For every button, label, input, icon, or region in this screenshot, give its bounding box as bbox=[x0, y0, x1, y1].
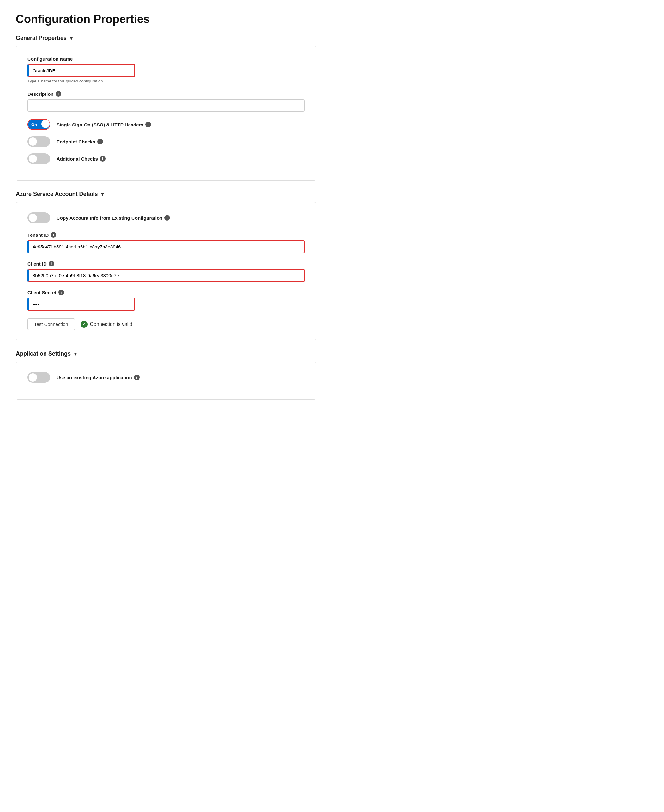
config-name-label: Configuration Name bbox=[28, 56, 304, 62]
copy-account-info-icon[interactable]: i bbox=[164, 215, 170, 221]
general-properties-card: Configuration Name Type a name for this … bbox=[16, 46, 316, 181]
app-settings-card: Use an existing Azure application i bbox=[16, 362, 316, 399]
copy-account-toggle[interactable] bbox=[28, 212, 50, 223]
client-id-group: Client ID i bbox=[28, 261, 304, 282]
description-info-icon[interactable]: i bbox=[55, 91, 61, 97]
existing-app-slider bbox=[28, 372, 50, 383]
test-connection-button[interactable]: Test Connection bbox=[28, 318, 75, 330]
endpoint-toggle[interactable] bbox=[28, 136, 50, 147]
tenant-id-group: Tenant ID i bbox=[28, 232, 304, 253]
copy-account-row: Copy Account Info from Existing Configur… bbox=[28, 212, 304, 223]
config-name-hint: Type a name for this guided configuratio… bbox=[28, 79, 304, 83]
general-properties-header[interactable]: General Properties ▼ bbox=[16, 35, 316, 41]
client-secret-input[interactable] bbox=[28, 298, 135, 311]
description-group: Description i bbox=[28, 91, 304, 112]
azure-section-label: Azure Service Account Details bbox=[16, 191, 98, 197]
description-label: Description i bbox=[28, 91, 304, 97]
existing-app-info-icon[interactable]: i bbox=[134, 375, 140, 380]
azure-card: Copy Account Info from Existing Configur… bbox=[16, 202, 316, 341]
sso-toggle[interactable]: On bbox=[28, 119, 50, 130]
sso-slider bbox=[28, 120, 50, 129]
azure-section-header[interactable]: Azure Service Account Details ▼ bbox=[16, 191, 316, 197]
sso-info-icon[interactable]: i bbox=[145, 122, 151, 127]
app-settings-header[interactable]: Application Settings ▼ bbox=[16, 351, 316, 357]
existing-app-row: Use an existing Azure application i bbox=[28, 372, 304, 383]
existing-app-toggle[interactable] bbox=[28, 372, 50, 383]
azure-chevron-icon: ▼ bbox=[100, 192, 104, 197]
client-secret-group: Client Secret i bbox=[28, 290, 304, 311]
sso-toggle-row: On Single Sign-On (SSO) & HTTP Headers i bbox=[28, 119, 304, 130]
general-chevron-icon: ▼ bbox=[69, 36, 73, 41]
app-settings-label: Application Settings bbox=[16, 351, 71, 357]
client-id-label: Client ID i bbox=[28, 261, 304, 266]
description-input[interactable] bbox=[28, 99, 304, 112]
general-properties-label: General Properties bbox=[16, 35, 67, 41]
additional-label: Additional Checks i bbox=[57, 156, 106, 161]
test-connection-row: Test Connection ✓ Connection is valid bbox=[28, 318, 304, 330]
additional-toggle-row: Additional Checks i bbox=[28, 153, 304, 164]
config-name-group: Configuration Name Type a name for this … bbox=[28, 56, 304, 83]
client-secret-label: Client Secret i bbox=[28, 290, 304, 295]
tenant-id-input[interactable] bbox=[28, 240, 304, 253]
sso-label: Single Sign-On (SSO) & HTTP Headers i bbox=[57, 122, 151, 127]
copy-account-slider bbox=[28, 212, 50, 223]
additional-toggle[interactable] bbox=[28, 153, 50, 164]
client-id-input[interactable] bbox=[28, 269, 304, 282]
connection-valid-icon: ✓ bbox=[81, 321, 88, 328]
client-secret-info-icon[interactable]: i bbox=[59, 290, 64, 295]
page-title: Configuration Properties bbox=[16, 13, 316, 26]
connection-status: ✓ Connection is valid bbox=[81, 321, 132, 328]
endpoint-toggle-row: Endpoint Checks i bbox=[28, 136, 304, 147]
app-settings-chevron-icon: ▼ bbox=[73, 352, 78, 357]
endpoint-slider bbox=[28, 136, 50, 147]
connection-status-text: Connection is valid bbox=[90, 321, 132, 327]
additional-info-icon[interactable]: i bbox=[100, 156, 106, 161]
copy-account-label: Copy Account Info from Existing Configur… bbox=[57, 215, 170, 221]
endpoint-label: Endpoint Checks i bbox=[57, 139, 103, 144]
tenant-id-info-icon[interactable]: i bbox=[50, 232, 56, 238]
tenant-id-label: Tenant ID i bbox=[28, 232, 304, 238]
client-id-info-icon[interactable]: i bbox=[49, 261, 54, 266]
existing-app-label: Use an existing Azure application i bbox=[57, 375, 140, 380]
additional-slider bbox=[28, 153, 50, 164]
config-name-input[interactable] bbox=[28, 64, 135, 77]
endpoint-info-icon[interactable]: i bbox=[97, 139, 103, 144]
